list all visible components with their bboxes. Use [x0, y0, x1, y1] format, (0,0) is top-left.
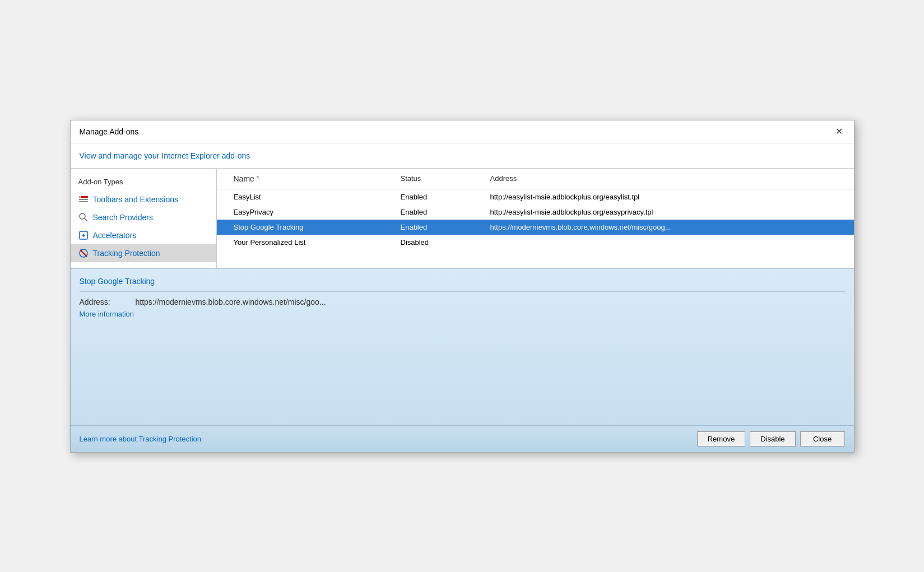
table-row[interactable]: EasyList Enabled http://easylist-msie.ad… [217, 189, 854, 204]
col-header-status: Status [396, 172, 486, 185]
table-header: Name ^ Status Address [217, 169, 854, 189]
title-bar: Manage Add-ons ✕ [71, 120, 854, 143]
row-name: Stop Google Tracking [217, 220, 396, 235]
svg-rect-2 [79, 199, 88, 200]
sidebar-toolbars-label: Toolbars and Extensions [93, 195, 179, 204]
detail-address-label: Address: [80, 297, 136, 306]
row-status: Enabled [396, 204, 486, 220]
disable-button[interactable]: Disable [750, 431, 795, 447]
col-header-name[interactable]: Name ^ [217, 172, 396, 185]
toolbars-icon [78, 194, 89, 204]
row-address: http://easylist-msie.adblockplus.org/eas… [486, 204, 854, 220]
more-information-link[interactable]: More information [80, 310, 845, 318]
remove-button[interactable]: Remove [697, 431, 745, 447]
row-name: EasyPrivacy [217, 204, 396, 220]
bottom-right: Remove Disable Close [697, 431, 845, 447]
row-status: Enabled [396, 189, 486, 204]
row-name: Your Personalized List [217, 235, 396, 250]
accelerators-icon [78, 230, 89, 240]
svg-line-5 [85, 218, 87, 221]
table-area: Name ^ Status Address EasyList Enabled h… [217, 169, 854, 268]
sidebar-item-search[interactable]: Search Providers [71, 208, 216, 226]
dialog-title: Manage Add-ons [80, 127, 139, 136]
sidebar-header: Add-on Types [71, 174, 216, 190]
table-row[interactable]: Your Personalized List Disabled [217, 235, 854, 250]
table-row[interactable]: EasyPrivacy Enabled http://easylist-msie… [217, 204, 854, 220]
tracking-icon [78, 248, 89, 258]
learn-more-tracking-link[interactable]: Learn more about Tracking Protection [80, 435, 202, 443]
sidebar-item-toolbars[interactable]: Toolbars and Extensions [71, 190, 216, 208]
detail-title-link[interactable]: Stop Google Tracking [80, 277, 845, 286]
bottom-left: Learn more about Tracking Protection [80, 435, 202, 443]
sidebar-item-tracking[interactable]: Tracking Protection [71, 244, 216, 262]
col-header-address: Address [486, 172, 854, 185]
row-address: https://modernievms.blob.core.windows.ne… [486, 220, 854, 235]
table-row[interactable]: Stop Google Tracking Enabled https://mod… [217, 220, 854, 235]
sidebar-tracking-label: Tracking Protection [93, 249, 160, 258]
detail-address-row: Address: https://modernievms.blob.core.w… [80, 297, 845, 306]
manage-addons-dialog: Manage Add-ons ✕ View and manage your In… [70, 120, 855, 453]
row-name: EasyList [217, 189, 396, 204]
bottom-bar: Learn more about Tracking Protection Rem… [71, 425, 854, 452]
table-body: EasyList Enabled http://easylist-msie.ad… [217, 189, 854, 268]
svg-point-1 [79, 196, 81, 198]
main-content: Add-on Types Toolbars and Extensions [71, 169, 854, 268]
header-link-area: View and manage your Internet Explorer a… [71, 143, 854, 169]
sidebar-accelerators-label: Accelerators [93, 231, 137, 240]
row-status: Enabled [396, 220, 486, 235]
title-close-button[interactable]: ✕ [832, 126, 846, 137]
detail-divider [80, 291, 845, 292]
svg-line-10 [80, 250, 87, 257]
search-icon [78, 212, 89, 222]
sidebar: Add-on Types Toolbars and Extensions [71, 169, 216, 268]
sort-arrow: ^ [257, 175, 259, 182]
detail-address-value: https://modernievms.blob.core.windows.ne… [136, 297, 326, 306]
sidebar-search-label: Search Providers [93, 213, 153, 222]
svg-rect-3 [79, 201, 88, 202]
row-status: Disabled [396, 235, 486, 250]
row-address [486, 235, 854, 250]
close-button[interactable]: Close [800, 431, 845, 447]
row-address: http://easylist-msie.adblockplus.org/eas… [486, 189, 854, 204]
manage-addons-link[interactable]: View and manage your Internet Explorer a… [80, 151, 250, 160]
svg-point-4 [80, 213, 85, 219]
sidebar-item-accelerators[interactable]: Accelerators [71, 226, 216, 244]
detail-panel: Stop Google Tracking Address: https://mo… [71, 268, 854, 425]
